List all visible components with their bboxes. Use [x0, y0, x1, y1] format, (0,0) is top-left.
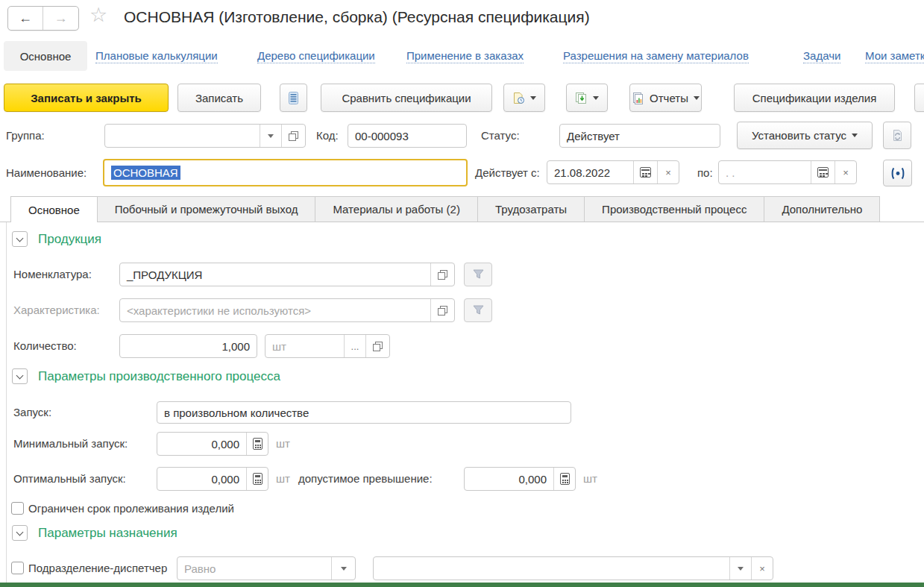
save-button[interactable]: Записать	[177, 84, 261, 112]
characteristic-open-button[interactable]	[430, 299, 454, 321]
product-specs-button[interactable]: Спецификации изделия	[734, 84, 895, 112]
tab-byproduct-output[interactable]: Побочный и промежуточный выход	[97, 196, 316, 222]
reports-button[interactable]: Отчеты	[629, 84, 702, 112]
filter-icon	[473, 269, 484, 280]
nav-item-order-usage[interactable]: Применение в заказах	[406, 49, 524, 63]
group-open-button[interactable]	[281, 125, 305, 147]
valid-to-field[interactable]: . . ×	[718, 160, 857, 184]
excess-field[interactable]: 0,000	[464, 467, 576, 491]
calendar-icon	[640, 167, 651, 178]
characteristic-filter-button[interactable]	[464, 298, 492, 322]
dispatcher-value-field[interactable]: ×	[373, 556, 773, 580]
tab-materials-works[interactable]: Материалы и работы (2)	[315, 196, 477, 222]
valid-to-clear-button[interactable]: ×	[835, 161, 856, 183]
dropdown-caret-icon	[593, 96, 599, 100]
tab-labor[interactable]: Трудозатраты	[477, 196, 585, 222]
nav-item-spec-tree[interactable]: Дерево спецификации	[257, 49, 375, 63]
characteristic-field[interactable]: <характеристики не используются>	[119, 298, 455, 322]
excess-calc-button[interactable]	[553, 468, 575, 490]
back-button[interactable]: ←	[8, 7, 43, 30]
quantity-label: Количество:	[13, 334, 77, 358]
valid-from-clear-button[interactable]: ×	[657, 161, 679, 183]
opt-launch-value[interactable]: 0,000	[157, 468, 246, 490]
valid-from-label: Действует с:	[475, 160, 540, 186]
nomenclature-filter-button[interactable]	[464, 263, 492, 286]
forward-button[interactable]: →	[43, 7, 78, 30]
refresh-document-button[interactable]	[883, 122, 911, 149]
history-nav-group: ← →	[7, 6, 79, 31]
unit-open-button[interactable]	[365, 335, 389, 357]
dispatcher-condition-dropdown-button[interactable]	[331, 557, 355, 580]
set-status-button[interactable]: Установить статус	[737, 122, 873, 149]
code-value[interactable]: 00-000093	[348, 125, 466, 147]
opt-launch-calc-button[interactable]	[246, 468, 268, 490]
opt-launch-field[interactable]: 0,000	[157, 467, 268, 491]
overflow-toolbar-button[interactable]	[914, 84, 924, 112]
nav-item-main[interactable]: Основное	[4, 41, 87, 71]
forward-icon: →	[54, 10, 68, 26]
nomenclature-open-button[interactable]	[430, 263, 454, 286]
unit-ellipsis-button[interactable]: ...	[344, 335, 365, 357]
valid-from-field[interactable]: 21.08.2022 ×	[547, 160, 679, 184]
launch-field[interactable]: в произвольном количестве	[157, 401, 571, 424]
name-value[interactable]: ОСНОВНАЯ	[104, 160, 466, 185]
group-dropdown-button[interactable]	[260, 125, 281, 147]
dropdown-caret-icon	[694, 96, 700, 100]
min-launch-calc-button[interactable]	[246, 433, 268, 455]
unit-field[interactable]: шт ...	[265, 334, 390, 358]
nomenclature-field[interactable]: _ПРОДУКЦИЯ	[119, 263, 455, 286]
name-field[interactable]: ОСНОВНАЯ	[103, 159, 468, 186]
valid-to-value[interactable]: . .	[719, 161, 811, 183]
reports-label: Отчеты	[650, 92, 688, 104]
unit-value[interactable]: шт	[265, 335, 344, 357]
nav-item-material-permissions[interactable]: Разрешения на замену материалов	[563, 49, 749, 63]
excess-value[interactable]: 0,000	[465, 468, 553, 490]
change-history-button[interactable]	[883, 160, 912, 186]
shelf-life-checkbox[interactable]	[11, 502, 24, 515]
save-and-close-button[interactable]: Записать и закрыть	[4, 84, 169, 112]
valid-to-calendar-button[interactable]	[811, 161, 835, 183]
min-launch-value[interactable]: 0,000	[157, 433, 246, 455]
quantity-field[interactable]: 1,000	[119, 334, 257, 358]
compare-specs-button[interactable]: Сравнить спецификации	[321, 84, 492, 112]
group-value[interactable]	[105, 125, 260, 147]
status-value[interactable]: Действует	[560, 125, 720, 147]
nomenclature-label: Номенклатура:	[13, 263, 92, 286]
nav-item-my-notes[interactable]: Мои заметки	[865, 49, 924, 63]
name-label: Наименование:	[6, 160, 87, 186]
opt-launch-label: Оптимальный запуск:	[13, 467, 126, 491]
quantity-value[interactable]: 1,000	[120, 335, 257, 357]
section-assignment-header: Параметры назначения	[12, 525, 177, 541]
tab-main[interactable]: Основное	[10, 196, 98, 222]
dispatcher-condition-value[interactable]: Равно	[177, 557, 331, 580]
structure-button[interactable]	[280, 84, 307, 112]
launch-value[interactable]: в произвольном количестве	[157, 402, 571, 423]
clear-icon: ×	[665, 167, 671, 178]
copy-actions-button[interactable]	[566, 84, 608, 112]
nav-item-tasks[interactable]: Задачи	[803, 49, 840, 63]
launch-label: Запуск:	[13, 401, 51, 424]
schedule-doc-button[interactable]	[503, 84, 545, 112]
status-field[interactable]: Действует	[559, 124, 720, 148]
tab-production-process[interactable]: Производственный процесс	[584, 196, 764, 222]
dispatcher-condition-field[interactable]: Равно	[177, 556, 356, 580]
valid-from-calendar-button[interactable]	[633, 161, 657, 183]
tab-additional[interactable]: Дополнительно	[764, 196, 880, 222]
valid-from-value[interactable]: 21.08.2022	[547, 161, 633, 183]
group-field[interactable]	[104, 124, 306, 148]
dispatcher-value-dropdown-button[interactable]	[729, 557, 751, 580]
dispatcher-checkbox[interactable]	[11, 562, 24, 574]
collapse-production-button[interactable]	[12, 231, 28, 247]
nomenclature-value[interactable]: _ПРОДУКЦИЯ	[120, 263, 430, 286]
dispatcher-value-clear-button[interactable]: ×	[751, 557, 773, 580]
collapse-process-button[interactable]	[12, 368, 28, 384]
open-icon	[289, 131, 298, 141]
dispatcher-value[interactable]	[374, 557, 729, 580]
collapse-assignment-button[interactable]	[12, 525, 28, 541]
code-field[interactable]: 00-000093	[348, 124, 467, 148]
min-launch-field[interactable]: 0,000	[157, 432, 268, 456]
favorite-star-icon[interactable]: ☆	[89, 3, 107, 27]
nav-item-plan-calc[interactable]: Плановые калькуляции	[95, 49, 218, 63]
characteristic-placeholder[interactable]: <характеристики не используются>	[120, 299, 430, 321]
back-icon: ←	[19, 10, 32, 26]
